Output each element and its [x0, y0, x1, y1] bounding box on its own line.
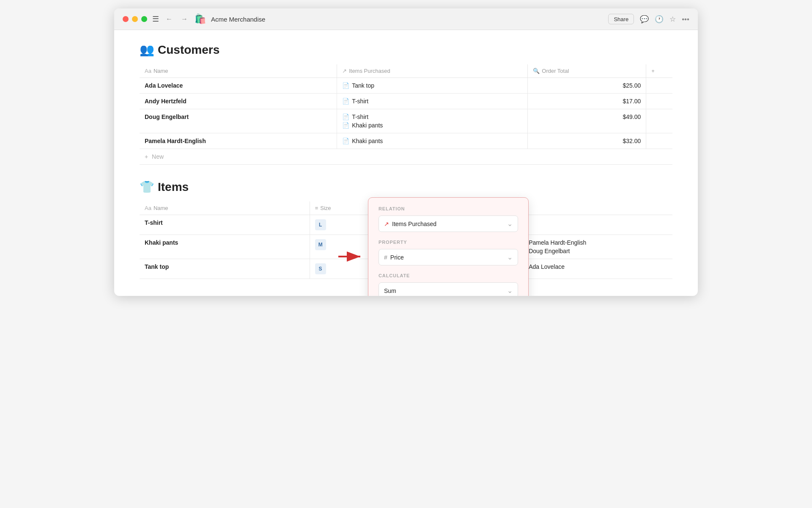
doc-icon: 📄 — [342, 138, 349, 144]
items-purchased-cell[interactable]: 📄 Khaki pants — [337, 133, 528, 149]
item-name-cell[interactable]: Tank top — [140, 259, 310, 279]
content-area: 👥 Customers Aa Name ↗ — [114, 30, 698, 296]
items-col-label-size: Size — [320, 205, 331, 211]
item-name: Tank top — [352, 82, 374, 89]
size-badge: L — [315, 219, 326, 230]
col-label-name: Name — [154, 68, 168, 74]
popup-property-select[interactable]: # Price ⌄ — [379, 249, 518, 265]
items-col-label-name: Name — [154, 205, 168, 211]
doc-icon: 📄 — [342, 98, 349, 105]
popup-property-value: Price — [390, 254, 404, 261]
titlebar: ☰ ← → 🛍️ Acme Merchandise Share 💬 🕐 ☆ ••… — [114, 8, 698, 30]
traffic-lights — [123, 16, 147, 22]
app-title: Acme Merchandise — [211, 16, 265, 23]
customer-name-cell[interactable]: Andy Hertzfeld — [140, 94, 337, 109]
text-icon: Aa — [145, 205, 151, 211]
customer-name: Pamela Hardt-English — [145, 138, 206, 144]
item-name: Khaki pants — [352, 122, 383, 129]
add-column-icon: + — [651, 68, 655, 74]
minimize-button[interactable] — [132, 16, 138, 22]
items-purchased-cell[interactable]: 📄 Tank top — [337, 78, 528, 94]
order-total-value: $32.00 — [623, 138, 641, 144]
comment-icon[interactable]: 💬 — [640, 15, 649, 24]
customers-table: Aa Name ↗ Items Purchased — [140, 64, 672, 165]
col-label-total: Order Total — [542, 68, 569, 74]
share-button[interactable]: Share — [608, 14, 634, 25]
col-header-order-total[interactable]: 🔍 Order Total — [528, 64, 646, 78]
arrow-container — [338, 249, 364, 264]
item-relation-cell[interactable]: 📄 Ada Lovelace — [514, 259, 672, 279]
customer-name: Ada Lovelace — [145, 82, 183, 89]
order-total-value: $49.00 — [623, 113, 641, 120]
search-icon: 🔍 — [533, 68, 540, 74]
order-total-value: $25.00 — [623, 82, 641, 89]
chevron-down-icon: ⌄ — [507, 220, 513, 228]
relation-name: Pamela Hardt-English — [529, 239, 586, 246]
item-name: T-shirt — [352, 98, 368, 105]
app-icon: 🛍️ — [195, 14, 206, 25]
forward-button[interactable]: → — [179, 14, 189, 24]
popup-calculate-value: Sum — [384, 287, 396, 294]
row-plus-cell — [646, 133, 672, 149]
history-icon[interactable]: 🕐 — [655, 15, 664, 24]
popup-relation-label: RELATION — [379, 206, 518, 211]
table-row: Pamela Hardt-English 📄 Khaki pants $32.0… — [140, 133, 672, 149]
doc-icon: 📄 — [342, 113, 349, 120]
order-total-cell: $25.00 — [528, 78, 646, 94]
relation-name: Doug Engelbart — [529, 248, 570, 254]
col-header-add[interactable]: + — [646, 64, 672, 78]
bookmark-icon[interactable]: ☆ — [669, 15, 676, 24]
new-row[interactable]: + New — [140, 149, 672, 165]
customers-emoji: 👥 — [140, 43, 154, 57]
back-button[interactable]: ← — [164, 14, 174, 24]
col-label-items: Items Purchased — [349, 68, 390, 74]
doc-icon: 📄 — [342, 122, 349, 129]
item-name-cell[interactable]: T-shirt — [140, 215, 310, 235]
close-button[interactable] — [123, 16, 129, 22]
popup-relation-select[interactable]: ↗ Items Purchased ⌄ — [379, 215, 518, 232]
chevron-down-icon: ⌄ — [507, 253, 513, 261]
new-row-label: New — [152, 153, 164, 160]
customers-section: 👥 Customers Aa Name ↗ — [140, 43, 672, 165]
popup-panel: RELATION ↗ Items Purchased ⌄ PROPERTY # … — [368, 197, 529, 296]
order-total-value: $17.00 — [623, 98, 641, 105]
item-name: T-shirt — [145, 219, 163, 226]
item-relation-cell[interactable]: 📄 Pamela Hardt-English 📄 Doug Engelbart — [514, 235, 672, 259]
customer-name-cell[interactable]: Ada Lovelace — [140, 78, 337, 94]
item-name: T-shirt — [352, 113, 368, 120]
item-relation-cell[interactable] — [514, 215, 672, 235]
row-plus-cell — [646, 78, 672, 94]
customer-name-cell[interactable]: Pamela Hardt-English — [140, 133, 337, 149]
items-title: Items — [158, 180, 189, 194]
items-purchased-cell[interactable]: 📄 T-shirt 📄 Khaki pants — [337, 109, 528, 133]
popup-calculate-select[interactable]: Sum ⌄ — [379, 282, 518, 296]
items-purchased-cell[interactable]: 📄 T-shirt — [337, 94, 528, 109]
new-row-cell[interactable]: + New — [140, 149, 672, 165]
number-icon: # — [384, 254, 387, 261]
item-name: Khaki pants — [352, 138, 383, 144]
customers-heading: 👥 Customers — [140, 43, 672, 57]
chevron-down-icon: ⌄ — [507, 287, 513, 295]
plus-icon: + — [145, 153, 148, 160]
items-col-header-relation[interactable]: ↗ — [514, 202, 672, 215]
relation-arrow-icon: ↗ — [384, 221, 389, 227]
more-icon[interactable]: ••• — [682, 15, 689, 23]
doc-icon: 📄 — [342, 82, 349, 89]
item-name-cell[interactable]: Khaki pants — [140, 235, 310, 259]
customer-name-cell[interactable]: Doug Engelbart — [140, 109, 337, 133]
size-badge: M — [315, 239, 326, 250]
hamburger-icon[interactable]: ☰ — [152, 14, 159, 24]
maximize-button[interactable] — [141, 16, 147, 22]
table-row: Andy Hertzfeld 📄 T-shirt $17.00 — [140, 94, 672, 109]
items-col-header-name[interactable]: Aa Name — [140, 202, 310, 215]
col-header-name[interactable]: Aa Name — [140, 64, 337, 78]
size-badge: S — [315, 263, 326, 274]
order-total-cell: $49.00 — [528, 109, 646, 133]
app-window: ☰ ← → 🛍️ Acme Merchandise Share 💬 🕐 ☆ ••… — [114, 8, 698, 296]
order-total-cell: $32.00 — [528, 133, 646, 149]
col-header-items-purchased[interactable]: ↗ Items Purchased — [337, 64, 528, 78]
popup-property-label: PROPERTY — [379, 240, 518, 245]
customer-name: Doug Engelbart — [145, 113, 189, 120]
relation-name: Ada Lovelace — [529, 263, 565, 270]
relation-icon: ↗ — [342, 68, 347, 74]
